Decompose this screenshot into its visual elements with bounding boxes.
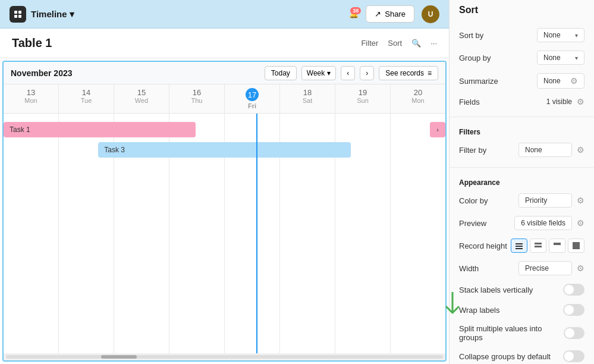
color-by-label: Color by [459,196,488,205]
gear-icon[interactable]: ⚙ [577,218,584,228]
week-select[interactable]: Week ▾ [301,66,336,80]
svg-rect-8 [535,246,542,247]
filter-button[interactable]: Filter [361,39,378,48]
fields-label: Fields [459,98,480,106]
task1-bar[interactable]: Task 1 [4,122,196,137]
app-title-dropdown[interactable]: Timeline ▾ [31,9,74,20]
day-col-tue14: 14 Tue [59,84,114,113]
app-icon [10,6,26,23]
svg-rect-4 [516,243,523,244]
appearance-section: Appearance Color by Priority ⚙ Preview 6… [450,167,594,364]
stack-labels-row: Stack labels vertically [459,280,584,300]
top-bar: Timeline ▾ 🔔 38 ↗ Share U [0,0,449,29]
prev-nav-button[interactable]: ‹ [341,66,355,80]
summarize-label: Summarize [459,77,498,86]
collapse-groups-label: Collapse groups by default [459,352,551,361]
task3-bar[interactable]: Task 3 [98,142,351,158]
see-records-button[interactable]: See records ≡ [379,66,438,80]
notification-button[interactable]: 🔔 38 [349,10,359,18]
right-panel: Sort Sort by None ▾ Group by None ▾ Summ… [449,0,594,364]
left-panel: Timeline ▾ 🔔 38 ↗ Share U Table 1 Filter… [0,0,449,364]
day-col-sun19: 19 Sun [335,84,391,113]
gear-icon[interactable]: ⚙ [577,97,584,106]
sort-by-row: Sort by None ▾ [459,24,584,46]
sort-button[interactable]: Sort [388,39,402,48]
preview-button[interactable]: 6 visible fields [514,216,572,230]
today-button[interactable]: Today [265,66,297,80]
filter-by-row: Filter by None ⚙ [459,139,584,161]
svg-rect-3 [18,15,21,18]
timeline-controls: Today Week ▾ ‹ › See records ≡ [265,66,438,80]
chevron-down-icon: ▾ [575,55,578,61]
split-multiple-toggle[interactable] [564,327,584,339]
filter-by-button[interactable]: None [518,143,572,157]
record-height-row: Record height [459,234,584,257]
record-height-label: Record height [459,241,507,250]
share-button[interactable]: ↗ Share [366,5,414,23]
gear-icon[interactable]: ⚙ [577,145,584,155]
top-bar-right: 🔔 38 ↗ Share U [349,5,439,23]
day-col-thu16: 16 Thu [169,84,225,113]
chevron-down-icon: ▾ [575,32,578,39]
fields-value: 1 visible [546,98,572,106]
search-button[interactable]: 🔍 [411,39,421,48]
color-by-row: Color by Priority ⚙ [459,189,584,212]
wrap-labels-toggle[interactable] [563,304,584,316]
timeline-month: November 2023 [11,68,73,78]
svg-rect-10 [573,242,580,249]
stack-labels-toggle[interactable] [563,284,584,296]
group-by-button[interactable]: None ▾ [537,51,584,65]
fields-row: Fields 1 visible ⚙ [459,93,584,111]
preview-label: Preview [459,219,486,228]
width-button[interactable]: Precise [518,261,572,275]
today-line [256,114,257,353]
gear-icon[interactable]: ⚙ [577,196,584,205]
notification-badge: 38 [350,7,361,14]
avatar[interactable]: U [422,5,439,23]
next-nav-button[interactable]: › [360,66,374,80]
tasks-area: Task 1 › Task 3 [4,114,445,353]
svg-rect-7 [535,243,542,244]
split-multiple-label: Split multiple values into groups [459,324,564,342]
wrap-labels-label: Wrap labels [459,306,499,315]
group-by-row: Group by None ▾ [459,46,584,69]
svg-rect-2 [14,15,17,18]
timeline-area: November 2023 Today Week ▾ ‹ › See recor… [2,61,447,362]
table-header: Table 1 Filter Sort 🔍 ··· [0,29,449,58]
table-title: Table 1 [12,36,52,50]
filter-by-label: Filter by [459,146,486,155]
share-icon: ↗ [375,10,381,18]
height-buttons [511,239,584,253]
top-bar-left: Timeline ▾ [10,6,74,23]
width-row: Width Precise ⚙ [459,257,584,280]
calendar-grid: 13 Mon 14 Tue 15 Wed 16 Thu 17 Fri [4,84,445,360]
split-multiple-row: Split multiple values into groups [459,320,584,346]
height-medium-button[interactable] [530,239,546,253]
task1-arrow: › [430,122,445,137]
width-label: Width [459,264,479,273]
summarize-button[interactable]: None ⚙ [537,73,584,89]
day-col-mon20: 20 Mon [391,84,445,113]
gear-icon[interactable]: ⚙ [577,263,584,273]
summarize-row: Summarize None ⚙ [459,69,584,93]
collapse-groups-toggle[interactable] [563,350,584,362]
search-icon: 🔍 [411,39,421,48]
day-col-fri17: 17 Fri [225,84,280,113]
height-small-button[interactable] [511,239,527,253]
collapse-groups-row: Collapse groups by default [459,346,584,364]
svg-rect-0 [14,11,17,14]
gear-icon[interactable]: ⚙ [570,76,578,86]
color-by-button[interactable]: Priority [518,193,572,208]
scrollbar-thumb[interactable] [101,355,137,359]
sort-group-section: Sort by None ▾ Group by None ▾ Summarize… [450,18,594,117]
height-xlarge-button[interactable] [568,239,584,253]
sort-by-button[interactable]: None ▾ [537,28,584,42]
day-col-sat18: 18 Sat [280,84,335,113]
height-large-button[interactable] [549,239,565,253]
filters-section: Filters Filter by None ⚙ [450,117,594,167]
appearance-title: Appearance [459,174,584,189]
wrap-labels-row: Wrap labels [459,300,584,320]
more-options-button[interactable]: ··· [430,39,437,48]
preview-row: Preview 6 visible fields ⚙ [459,212,584,234]
day-headers: 13 Mon 14 Tue 15 Wed 16 Thu 17 Fri [4,84,445,114]
